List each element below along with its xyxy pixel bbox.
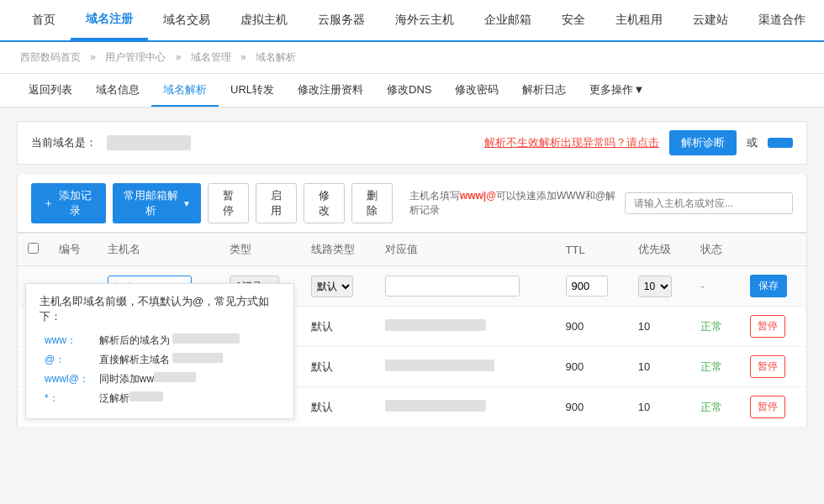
col-line-type: 线路类型: [301, 234, 376, 266]
row2-priority: 10: [628, 347, 691, 387]
tooltip-desc-www: 解析后的域名为: [94, 331, 280, 350]
tooltip-key-wildcard: *：: [40, 389, 94, 408]
edit-col-priority: 10: [628, 266, 691, 307]
row2-value: [375, 347, 555, 387]
line-select[interactable]: 默认: [311, 276, 353, 297]
row1-action: 暂停: [740, 307, 807, 347]
nav-virtual-host[interactable]: 虚拟主机: [225, 0, 303, 40]
col-type: 类型: [219, 234, 301, 266]
col-checkbox: [18, 234, 50, 266]
row1-value-blurred: [385, 319, 486, 331]
current-domain: [107, 135, 191, 150]
save-button[interactable]: 保存: [750, 275, 787, 297]
row1-pause-button[interactable]: 暂停: [750, 315, 785, 338]
nav-channel-coop[interactable]: 渠道合作: [743, 0, 821, 40]
priority-select[interactable]: 10: [638, 276, 672, 297]
row1-line: 默认: [301, 307, 376, 347]
tooltip-row-at: @： 直接解析主域名: [40, 350, 280, 370]
nav-security[interactable]: 安全: [547, 0, 600, 40]
tooltip-key-at: @：: [40, 350, 94, 370]
col-ttl: TTL: [556, 234, 628, 266]
breadcrumb: 西部数码首页 » 用户管理中心 » 域名管理 » 域名解析: [0, 42, 824, 74]
toolbar-search: [625, 192, 793, 214]
top-navigation: 首页 域名注册 域名交易 虚拟主机 云服务器 海外云主机 企业邮箱 安全 主机租…: [0, 0, 824, 42]
breadcrumb-home[interactable]: 西部数码首页: [20, 51, 81, 63]
tooltip-at-blurred: [172, 353, 223, 363]
extra-button[interactable]: [768, 138, 793, 148]
nav-host-rental[interactable]: 主机租用: [600, 0, 678, 40]
row2-ttl: 900: [556, 347, 628, 387]
row2-pause-button[interactable]: 暂停: [750, 355, 785, 378]
breadcrumb-domain-manage[interactable]: 域名管理: [191, 51, 231, 63]
subnav-domain-resolve[interactable]: 域名解析: [151, 74, 219, 107]
col-status: 状态: [690, 234, 739, 266]
email-resolve-button[interactable]: 常用邮箱解析 ▼: [113, 183, 201, 223]
tooltip-www-blurred: [172, 333, 240, 344]
nav-domain-register[interactable]: 域名注册: [71, 0, 148, 40]
subnav-modify-dns[interactable]: 修改DNS: [375, 74, 443, 107]
row2-value-blurred: [385, 360, 494, 371]
row3-line: 默认: [301, 387, 376, 428]
tooltip-wwwat-blurred: [154, 372, 196, 382]
row3-priority: 10: [628, 387, 691, 428]
plus-icon: ＋: [43, 196, 54, 211]
pause-button[interactable]: 暂停: [208, 183, 249, 223]
row3-ttl: 900: [556, 387, 628, 428]
row1-ttl: 900: [556, 307, 628, 347]
edit-col-ttl: [556, 266, 628, 307]
tooltip-row-wildcard: *： 泛解析: [40, 389, 280, 408]
col-priority: 优先级: [628, 234, 691, 266]
email-resolve-label: 常用邮箱解析: [123, 188, 179, 218]
tooltip-desc-at: 直接解析主域名: [94, 350, 280, 370]
row2-status: 正常: [690, 347, 739, 387]
dropdown-arrow-icon: ▼: [182, 199, 191, 208]
record-value-input[interactable]: [385, 276, 520, 297]
row3-value: [375, 387, 555, 428]
tooltip-wildcard-blurred: [129, 391, 163, 402]
table-container: 编号 主机名 类型 线路类型 对应值 TTL 优先级 状态 -: [17, 233, 807, 428]
nav-cloud-server[interactable]: 云服务器: [303, 0, 380, 40]
subnav-domain-info[interactable]: 域名信息: [84, 74, 151, 107]
subnav-modify-pwd[interactable]: 修改密码: [443, 74, 510, 107]
nav-overseas-host[interactable]: 海外云主机: [380, 0, 469, 40]
subnav-modify-reg[interactable]: 修改注册资料: [286, 74, 375, 107]
ttl-input[interactable]: [566, 276, 608, 297]
domain-label: 当前域名是：: [31, 135, 191, 151]
row2-action: 暂停: [740, 347, 807, 387]
or-separator: 或: [747, 135, 758, 150]
nav-enterprise-mail[interactable]: 企业邮箱: [469, 0, 547, 40]
breadcrumb-domain-resolve: 域名解析: [256, 51, 296, 63]
edit-col-line: 默认: [301, 266, 376, 307]
delete-button[interactable]: 删除: [351, 183, 393, 223]
edit-col-status: -: [690, 266, 739, 307]
tooltip-row-www: www： 解析后的域名为: [40, 331, 280, 350]
diagnose-button[interactable]: 解析诊断: [669, 130, 737, 155]
main-content: 当前域名是： 解析不生效解析出现异常吗？请点击 解析诊断 或 ＋ 添加记录 常用…: [0, 108, 824, 441]
breadcrumb-sep1: »: [90, 51, 98, 63]
subnav-url-forward[interactable]: URL转发: [219, 74, 286, 107]
search-input[interactable]: [625, 192, 793, 214]
col-action: [740, 234, 807, 266]
enable-button[interactable]: 启用: [256, 183, 297, 223]
tooltip-title: 主机名即域名前缀，不填默认为@，常见方式如下：: [40, 294, 280, 324]
select-all-checkbox[interactable]: [28, 243, 39, 254]
subnav-more-ops[interactable]: 更多操作▼: [578, 74, 656, 107]
sub-navigation: 返回列表 域名信息 域名解析 URL转发 修改注册资料 修改DNS 修改密码 解…: [0, 74, 824, 108]
nav-home[interactable]: 首页: [17, 0, 71, 40]
user-name: Ean: [821, 0, 824, 40]
domain-bar: 当前域名是： 解析不生效解析出现异常吗？请点击 解析诊断 或: [17, 121, 807, 165]
warn-text[interactable]: 解析不生效解析出现异常吗？请点击: [484, 135, 659, 150]
table-header-row: 编号 主机名 类型 线路类型 对应值 TTL 优先级 状态: [18, 234, 807, 266]
tooltip-desc-wwwat: 同时添加ww: [94, 370, 280, 389]
subnav-back-list[interactable]: 返回列表: [17, 74, 84, 107]
modify-button[interactable]: 修改: [304, 183, 345, 223]
toolbar: ＋ 添加记录 常用邮箱解析 ▼ 暂停 启用 修改 删除 主机名填写www|@可以…: [17, 175, 807, 233]
nav-site-builder[interactable]: 云建站: [678, 0, 743, 40]
row3-pause-button[interactable]: 暂停: [750, 396, 785, 418]
breadcrumb-user-center[interactable]: 用户管理中心: [105, 51, 166, 63]
nav-domain-trade[interactable]: 域名交易: [148, 0, 225, 40]
edit-col-save: 保存: [740, 266, 807, 307]
row3-value-blurred: [385, 400, 486, 412]
subnav-resolve-log[interactable]: 解析日志: [510, 74, 578, 107]
add-record-button[interactable]: ＋ 添加记录: [31, 183, 106, 223]
